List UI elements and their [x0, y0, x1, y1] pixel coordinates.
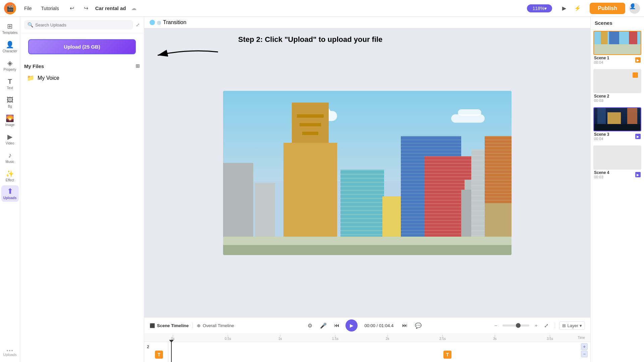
ruler-marks: 0s 0.5s 1s 1.5s	[168, 334, 590, 342]
sidebar-item-effect[interactable]: ✨ Effect	[1, 167, 19, 185]
expand-button[interactable]: ⤢	[136, 22, 140, 27]
skip-end-button[interactable]: ⏭	[400, 321, 410, 330]
right-panel: Scenes Scene 1 00:04 ▶	[590, 17, 644, 362]
layer-button[interactable]: ⊞ Layer ▾	[559, 321, 585, 330]
more-label[interactable]: Uploads	[3, 353, 16, 357]
sidebar-item-templates[interactable]: ⊞ Templates	[1, 19, 19, 37]
overall-timeline-icon: ⊕	[197, 323, 201, 328]
image-icon: 🌄	[6, 114, 14, 122]
sidebar-item-bg[interactable]: 🖼 Bg	[1, 93, 19, 111]
captions-button[interactable]: 💬	[414, 321, 423, 330]
play-preview-button[interactable]: ▶	[559, 3, 570, 14]
overall-timeline-tab[interactable]: ⊕ Overall Timeline	[197, 323, 234, 328]
layer-icon: ⊞	[562, 323, 566, 328]
track-page-number: 2	[147, 345, 149, 349]
scene-timeline-label: Scene Timeline	[157, 323, 189, 328]
search-input[interactable]	[35, 22, 130, 27]
search-wrapper: 🔍	[24, 20, 133, 29]
ruler-mark-25s: 2.5s	[439, 335, 446, 341]
undo-button[interactable]: ↩	[67, 3, 77, 13]
search-icon: 🔍	[28, 22, 33, 27]
tutorials-menu[interactable]: Tutorials	[37, 4, 63, 12]
sidebar-item-label-video: Video	[6, 141, 14, 145]
character-icon: 👤	[6, 41, 14, 49]
sidebar-item-label-image: Image	[5, 123, 15, 127]
text-icon: T	[6, 77, 14, 85]
timeline-track-area: 2 T T + −	[144, 342, 590, 362]
cloud-save-icon[interactable]: ☁	[131, 5, 137, 11]
sidebar-item-text[interactable]: T Text	[1, 75, 19, 93]
scene-item-3[interactable]: Scene 3 00:04 ▶	[591, 106, 644, 144]
user-avatar[interactable]: 👤	[629, 3, 640, 14]
timeline-zoom-in[interactable]: +	[581, 343, 588, 350]
speed-slider-thumb[interactable]	[516, 323, 521, 328]
scenes-header: Scenes	[591, 17, 644, 29]
sidebar-item-label-character: Character	[3, 49, 17, 53]
transition-badge[interactable]: ◎ Transition	[150, 19, 186, 25]
sidebar-item-label-effect: Effect	[6, 178, 14, 182]
ruler-mark-2s: 2s	[386, 335, 389, 341]
scene3-thumbnail	[593, 107, 641, 131]
upload-button[interactable]: Upload (25 GB)	[28, 39, 136, 54]
app-logo[interactable]: 🎬	[4, 2, 16, 14]
scene1-icon: ▶	[635, 57, 641, 63]
video-icon: ▶	[6, 133, 14, 141]
property-icon: ◈	[6, 59, 14, 67]
left-panel: 🔍 ⤢ Upload (25 GB) My Files ⊞ 📁 My Voice	[20, 17, 144, 362]
layer-label: Layer	[567, 323, 578, 328]
redo-button[interactable]: ↪	[81, 3, 91, 13]
scene2-info: Scene 2 00:03	[593, 93, 641, 105]
sidebar-item-video[interactable]: ▶ Video	[1, 130, 19, 148]
upload-area: Upload (25 GB)	[20, 33, 144, 60]
share-button[interactable]: ⚡	[572, 3, 583, 14]
speed-slider[interactable]	[502, 324, 529, 326]
timeline-controls: ⬛ Scene Timeline ⊕ Overall Timeline ⚙ 🎤 …	[144, 317, 590, 334]
settings-button[interactable]: ⚙	[305, 321, 315, 330]
canvas-topbar: ◎ Transition	[144, 17, 590, 28]
sidebar-item-property[interactable]: ◈ Property	[1, 56, 19, 74]
my-voice-label: My Voice	[38, 75, 59, 81]
sidebar-item-music[interactable]: ♪ Music	[1, 148, 19, 166]
timeline-sep2	[555, 323, 555, 328]
scene4-info: Scene 4 00:03 ▶	[593, 170, 641, 181]
fullscreen-button[interactable]: ⤢	[541, 321, 551, 330]
overall-timeline-label: Overall Timeline	[203, 323, 234, 328]
my-voice-item[interactable]: 📁 My Voice	[23, 72, 141, 84]
more-dots-icon	[7, 350, 13, 351]
topbar-action-icons: ▶ ⚡	[559, 3, 583, 14]
folder-icon: 📁	[27, 74, 34, 82]
scene-item-1[interactable]: Scene 1 00:04 ▶	[591, 29, 644, 68]
sidebar-item-label-music: Music	[5, 160, 14, 164]
sidebar-item-label-bg: Bg	[8, 105, 12, 108]
publish-button[interactable]: Publish	[590, 3, 625, 14]
transition-circle	[150, 20, 155, 25]
speed-minus[interactable]: −	[494, 323, 497, 328]
timeline-zoom-out[interactable]: −	[581, 351, 588, 357]
my-files-header: My Files ⊞	[20, 60, 144, 72]
topbar: 🎬 File Tutorials ↩ ↪ Car rental ad ☁ 118…	[0, 0, 644, 17]
skip-start-button[interactable]: ⏮	[332, 321, 341, 330]
music-icon: ♪	[6, 151, 14, 159]
scene3-name: Scene 3	[594, 132, 609, 137]
scene-item-2[interactable]: Scene 2 00:03	[591, 68, 644, 106]
microphone-button[interactable]: 🎤	[319, 321, 328, 330]
scene2-time: 00:03	[594, 99, 609, 103]
sidebar-icons: ⊞ Templates 👤 Character ◈ Property T Tex…	[0, 17, 20, 362]
speed-plus[interactable]: +	[535, 323, 537, 328]
scene-timeline-tab[interactable]: ⬛ Scene Timeline	[150, 323, 189, 328]
sidebar-item-character[interactable]: 👤 Character	[1, 38, 19, 56]
scene-item-4[interactable]: Scene 4 00:03 ▶	[591, 144, 644, 182]
zoom-control[interactable]: 118%▾	[527, 4, 552, 12]
document-title[interactable]: Car rental ad	[95, 5, 126, 11]
sidebar-item-image[interactable]: 🌄 Image	[1, 112, 19, 129]
timeline-area: ⬛ Scene Timeline ⊕ Overall Timeline ⚙ 🎤 …	[144, 317, 590, 362]
file-menu[interactable]: File	[20, 4, 36, 12]
time-cursor	[171, 342, 172, 362]
sidebar-item-uploads[interactable]: ⬆ Uploads	[1, 185, 19, 202]
ruler-mark-05s: 0.5s	[225, 335, 231, 341]
track-t-badge: T	[443, 351, 451, 359]
play-button[interactable]: ▶	[345, 319, 358, 331]
sidebar-item-label-templates: Templates	[2, 31, 18, 35]
my-files-expand-icon[interactable]: ⊞	[136, 63, 140, 69]
my-files-title: My Files	[24, 63, 44, 69]
